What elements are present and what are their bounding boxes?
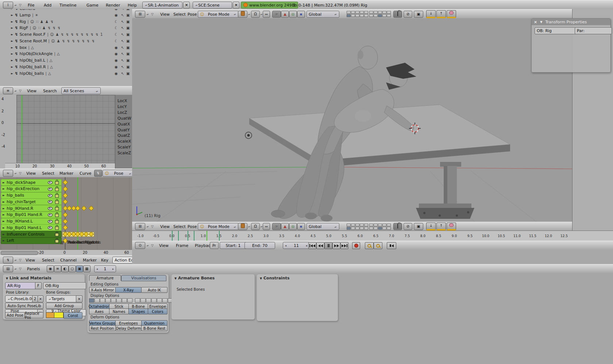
audio-sync-icon[interactable] <box>387 242 396 249</box>
scene-selector[interactable]: ▴▾SCE:Scene × <box>193 1 239 8</box>
menu-timeline[interactable]: Timeline <box>59 3 77 7</box>
stepper-icon[interactable]: ▴▾ <box>261 226 262 227</box>
jump-end-button[interactable] <box>340 242 348 249</box>
expand-arrow-icon[interactable]: ► <box>11 72 13 75</box>
visibility-icon[interactable]: ◉ <box>115 9 118 11</box>
viewport-canvas[interactable]: (11) Rig <box>132 18 572 222</box>
expand-arrow-icon[interactable]: ► <box>11 26 13 30</box>
editing-context-icon[interactable]: ▣ <box>76 266 83 272</box>
stepper-icon[interactable]: ▴▾ <box>147 226 149 227</box>
names-toggle[interactable]: Names <box>109 309 129 314</box>
visibility-icon[interactable]: ☾ <box>115 26 118 30</box>
autosync-poselib-button[interactable]: Auto-Sync PoseLib <box>5 303 43 309</box>
auto-ik-toggle[interactable]: Auto IK <box>141 287 167 293</box>
transform-properties-panel[interactable]: × ▼ Transform Properties OB: Rig Par: <box>531 18 611 73</box>
mode-dropdown[interactable]: ☺ Pose Mode▴▾ <box>198 223 239 230</box>
expand-arrow-icon[interactable]: ► <box>11 13 13 17</box>
stepper-icon[interactable]: ▴▾ <box>248 13 250 15</box>
stepper-icon[interactable]: ▴▾ <box>15 268 16 270</box>
menu-add[interactable]: Add <box>44 3 51 7</box>
ipo-grid[interactable] <box>16 95 116 164</box>
group-color-swatch-2[interactable] <box>54 312 63 318</box>
renderability-icon[interactable]: ▣ <box>126 13 130 17</box>
x-axis-mirror-toggle[interactable]: X-Axis Mirror <box>89 287 116 293</box>
bonegroup-delete-icon[interactable]: × <box>76 295 82 302</box>
poselib-unlink-icon[interactable]: × <box>38 295 43 302</box>
const-color-button[interactable]: Const <box>63 312 82 319</box>
selectability-icon[interactable]: ↖ <box>121 46 124 50</box>
outliner-row[interactable]: ►↯box|△◉↖▣ <box>11 44 132 51</box>
move-up-key-icon[interactable]: ↑ <box>436 10 446 18</box>
layer-buttons-group1[interactable] <box>347 11 368 17</box>
ipo-channel-quatx[interactable]: QuatX <box>117 122 130 127</box>
ipo-channel-locx[interactable]: LocX <box>117 98 127 103</box>
visibility-icon[interactable]: ☾ <box>115 39 118 43</box>
manipulator-mode-icon[interactable]: ↔ <box>263 11 270 18</box>
manipulator-mode-icon[interactable]: ↔ <box>263 223 270 230</box>
panel-collapse-icon[interactable]: ▼ <box>174 277 177 280</box>
collapse-icon[interactable]: ▽ <box>19 267 22 271</box>
colors-toggle[interactable]: Colors <box>148 309 167 314</box>
timeline-menu-view[interactable]: View <box>159 243 169 248</box>
render-preview-icon[interactable]: ▣ <box>414 11 423 18</box>
ipo-menu-select[interactable]: Select <box>42 171 54 176</box>
visibility-icon[interactable]: ◉ <box>115 52 118 56</box>
outliner-row[interactable]: ►↯RigF|☺ ∷ ♟ ↯ ↯ ↯☾↖▣ <box>11 25 132 31</box>
ipo-channel-locy[interactable]: LocY <box>117 104 127 109</box>
stepper-icon[interactable]: ▴▾ <box>147 13 149 15</box>
move-down-key-icon[interactable]: ↓ <box>426 10 436 18</box>
renderability-icon[interactable]: ▣ <box>126 65 130 69</box>
header-stepper-icon[interactable]: ▴▾ <box>15 4 16 6</box>
panel-collapse-icon[interactable]: ▼ <box>540 20 542 24</box>
ipo-type-icon[interactable]: ≈ <box>3 170 13 177</box>
outliner-row[interactable]: ►↯hlpObj_ball.R|△◉↖▣ <box>11 64 132 70</box>
outliner-menu-search[interactable]: Search <box>43 89 57 93</box>
renderability-icon[interactable]: ▣ <box>126 9 130 11</box>
tab-armature[interactable]: Armature <box>89 275 121 281</box>
pivot-icon[interactable]: Ω <box>251 223 260 230</box>
menu-help[interactable]: Help <box>128 3 137 7</box>
selectability-icon[interactable]: ↖ <box>121 58 124 62</box>
renderability-icon[interactable]: ▣ <box>126 32 130 36</box>
viewport-menu-select[interactable]: Select <box>173 224 186 229</box>
blender-version-link[interactable]: www.blender.org 249.2 <box>241 1 298 8</box>
action-menu-view[interactable]: View <box>26 258 35 263</box>
selectability-icon[interactable]: ↖ <box>121 52 124 56</box>
expand-arrow-icon[interactable]: ► <box>11 39 13 43</box>
collapse-icon[interactable]: ▽ <box>19 258 22 262</box>
outliner-row[interactable]: ►↯Rig|☺ ∷ ♟ ♟ ↯☾↖▣ <box>11 19 132 25</box>
renderability-icon[interactable]: ▣ <box>126 20 130 24</box>
menu-render[interactable]: Render <box>106 3 120 7</box>
ob-name-field[interactable]: OB: Rig <box>535 27 576 34</box>
layer-buttons-group2[interactable] <box>369 224 391 230</box>
selectability-icon[interactable]: ↖ <box>121 39 124 43</box>
renderability-icon[interactable]: ▣ <box>126 71 130 75</box>
record-button[interactable] <box>352 242 360 249</box>
selectability-icon[interactable]: ↖ <box>121 26 124 30</box>
proportional-edit-icon[interactable]: ⊘ <box>404 11 412 18</box>
expand-arrow-icon[interactable]: ► <box>11 46 13 49</box>
ipo-current-frame-line[interactable] <box>22 95 22 163</box>
expand-arrow-icon[interactable]: ► <box>11 33 13 36</box>
outliner-row[interactable]: ►↯hlpObj_balls|△◉↖▣ <box>11 70 132 77</box>
collapse-icon[interactable]: ▽ <box>19 89 22 93</box>
panel-close-icon[interactable]: × <box>534 20 537 24</box>
rest-position-toggle[interactable]: Rest Position <box>89 325 116 331</box>
scene-context-icon[interactable]: ▦ <box>83 266 90 272</box>
collapse-icon[interactable]: ▽ <box>151 12 154 16</box>
layer-buttons-group2[interactable] <box>369 11 391 17</box>
expand-arrow-icon[interactable]: ► <box>11 20 13 23</box>
viewport-menu-view[interactable]: View <box>160 12 170 16</box>
menu-game[interactable]: Game <box>86 3 99 7</box>
lock-icon[interactable] <box>393 223 402 230</box>
expand-arrow-icon[interactable]: ► <box>11 52 13 55</box>
viewport-menu-select[interactable]: Select <box>173 12 186 16</box>
collapse-icon[interactable]: ▽ <box>19 171 22 175</box>
grab-hand-icon[interactable]: ☞ <box>272 223 281 230</box>
object-name-field[interactable]: OB:Rig <box>43 282 86 289</box>
ipo-type-dropdown[interactable]: ☺ Pose▴▾ <box>103 170 134 177</box>
prev-key-button[interactable] <box>316 242 324 249</box>
ipo-menu-marker[interactable]: Marker <box>59 171 73 176</box>
object-context-icon[interactable]: ○ <box>69 266 76 272</box>
frame-prev-icon[interactable]: ◂ <box>285 244 286 247</box>
